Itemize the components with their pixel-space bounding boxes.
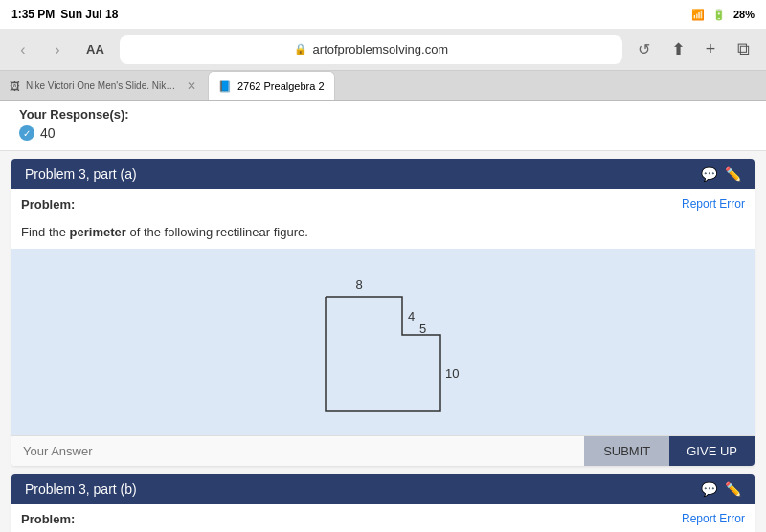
problem-3a-top-row: Problem: Report Error (11, 189, 755, 219)
url-bar[interactable]: 🔒 artofproblemsolving.com (120, 35, 622, 64)
main-content: Your Response(s): ✓ 40 Problem 3, part (… (0, 101, 766, 532)
problem-3b-icons: 💬 ✏️ (701, 481, 741, 497)
label-10: 10 (445, 366, 459, 381)
status-left: 1:35 PM Sun Jul 18 (11, 8, 118, 21)
desc-suffix-3a: of the following rectilinear figure. (126, 225, 308, 239)
browser-chrome: ‹ › AA 🔒 artofproblemsolving.com ↺ ⬆ + ⧉ (0, 29, 766, 71)
prev-answer-value: ✓ 40 (19, 125, 747, 141)
problem-3a-header: Problem 3, part (a) 💬 ✏️ (11, 159, 755, 189)
desc-prefix-3a: Find the (21, 225, 70, 239)
prev-answer-label: Your Response(s): (19, 107, 747, 122)
tab-nike[interactable]: 🖼 Nike Victori One Men's Slide. Nike.com… (0, 71, 208, 100)
answer-row-3a: SUBMIT GIVE UP (11, 435, 755, 466)
tab-nike-close[interactable]: ✕ (185, 79, 198, 93)
problem-3a-icons: 💬 ✏️ (701, 166, 741, 182)
figure-3a-area: 8 4 5 10 (11, 249, 755, 435)
reader-mode-button[interactable]: AA (79, 38, 112, 60)
date: Sun Jul 18 (60, 8, 118, 21)
url-text: artofproblemsolving.com (313, 42, 449, 56)
label-8: 8 (355, 277, 362, 292)
prev-answer-number: 40 (40, 125, 56, 141)
tab-bar: 🖼 Nike Victori One Men's Slide. Nike.com… (0, 71, 766, 101)
share-button[interactable]: ⬆ (665, 36, 691, 63)
report-error-3a[interactable]: Report Error (682, 197, 745, 211)
lock-icon: 🔒 (294, 43, 307, 55)
problem-3b-section: Problem 3, part (b) 💬 ✏️ Problem: Report… (11, 474, 755, 532)
report-error-3b[interactable]: Report Error (682, 512, 745, 525)
forward-button[interactable]: › (44, 36, 71, 63)
problem-3b-title: Problem 3, part (b) (25, 481, 137, 497)
problem-3a-label: Problem: (21, 197, 75, 211)
time: 1:35 PM (11, 8, 55, 21)
figure-shape (326, 297, 440, 411)
wifi-icon: 📶 (691, 9, 705, 21)
submit-button-3a[interactable]: SUBMIT (584, 436, 669, 466)
browser-actions: ⬆ + ⧉ (665, 36, 756, 63)
check-icon: ✓ (19, 125, 34, 141)
problem-3b-label: Problem: (21, 512, 75, 526)
status-bar: 1:35 PM Sun Jul 18 📶 🔋 28% (0, 0, 766, 29)
answer-input-3a[interactable] (11, 436, 584, 466)
figure-3a-svg: 8 4 5 10 (278, 258, 488, 426)
status-right: 📶 🔋 28% (691, 9, 755, 21)
desc-keyword-3a: perimeter (70, 225, 126, 239)
prev-answer-section: Your Response(s): ✓ 40 (0, 101, 766, 151)
add-tab-button[interactable]: + (697, 36, 724, 63)
battery-icon: 🔋 (712, 9, 726, 21)
label-4: 4 (408, 309, 415, 323)
problem-3b-header: Problem 3, part (b) 💬 ✏️ (11, 474, 755, 504)
tab-aops[interactable]: 📘 2762 Prealgebra 2 (208, 71, 335, 100)
tab-nike-label: Nike Victori One Men's Slide. Nike.com (26, 80, 179, 91)
reload-button[interactable]: ↺ (630, 36, 657, 63)
tab-aops-label: 2762 Prealgebra 2 (237, 80, 325, 92)
comment-icon[interactable]: 💬 (701, 166, 717, 182)
give-up-button-3a[interactable]: GIVE UP (669, 436, 755, 466)
problem-3b-top-row: Problem: Report Error (11, 504, 755, 532)
back-button[interactable]: ‹ (10, 36, 36, 63)
problem-3a-description: Find the perimeter of the following rect… (11, 219, 755, 249)
battery-level: 28% (733, 9, 755, 20)
problem-3a-title: Problem 3, part (a) (25, 166, 137, 182)
tabs-button[interactable]: ⧉ (730, 36, 756, 63)
tab-aops-favicon: 📘 (218, 80, 232, 93)
edit-icon[interactable]: ✏️ (725, 166, 741, 182)
problem-3a-section: Problem 3, part (a) 💬 ✏️ Problem: Report… (11, 159, 755, 466)
edit-icon-b[interactable]: ✏️ (725, 481, 741, 497)
tab-nike-favicon: 🖼 (10, 80, 20, 92)
label-5: 5 (419, 321, 426, 336)
comment-icon-b[interactable]: 💬 (701, 481, 717, 497)
